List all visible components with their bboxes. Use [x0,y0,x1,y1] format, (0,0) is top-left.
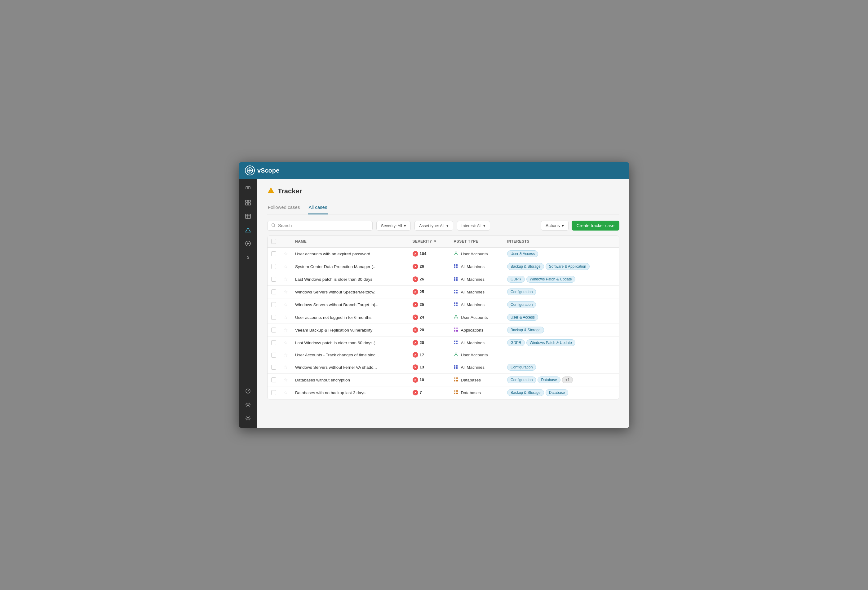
svg-point-27 [272,223,275,226]
severity-circle-8 [413,352,418,358]
sidebar-item-settings[interactable] [242,412,254,425]
svg-rect-51 [454,292,455,294]
interest-tag: GDPR [507,339,525,346]
row-severity-2: 26 [413,276,424,282]
row-checkbox-11[interactable] [271,390,276,395]
row-star-2[interactable]: ☆ [283,276,288,282]
svg-rect-58 [454,305,455,306]
sidebar-item-extensions[interactable] [242,398,254,411]
asset-type-label-9: All Machines [461,365,484,370]
severity-chevron-icon: ▾ [404,223,406,228]
row-star-0[interactable]: ☆ [283,251,288,256]
row-asset-type-10: Databases [453,377,500,383]
severity-filter[interactable]: Severity: All ▾ [376,221,411,230]
severity-circle-2 [413,276,418,282]
actions-button[interactable]: Actions ▾ [541,221,568,230]
svg-rect-8 [245,203,248,205]
col-name[interactable]: NAME [291,236,409,247]
search-input[interactable] [278,223,369,228]
row-star-3[interactable]: ☆ [283,289,288,294]
asset-type-filter[interactable]: Asset type: All ▾ [415,221,453,230]
main-content: Tracker Followed cases All cases [257,179,629,428]
row-interests-10: ConfigurationDatabase+1 [507,376,616,384]
asset-type-label-2: All Machines [461,277,484,282]
row-checkbox-7[interactable] [271,340,276,345]
row-severity-4: 25 [413,302,424,307]
row-star-11[interactable]: ☆ [283,390,288,395]
sidebar-item-dashboard[interactable] [242,196,254,209]
row-star-10[interactable]: ☆ [283,377,288,382]
sidebar-item-billing[interactable]: $ [242,251,254,263]
row-checkbox-8[interactable] [271,353,276,358]
row-asset-type-6: Applications [453,327,500,333]
asset-type-label-11: Databases [461,391,481,395]
tab-followed[interactable]: Followed cases [267,202,300,214]
interest-tag: Software & Application [546,263,590,270]
row-checkbox-5[interactable] [271,315,276,320]
row-checkbox-6[interactable] [271,327,276,332]
row-severity-7: 20 [413,340,424,345]
sidebar-item-tracker[interactable] [242,224,254,236]
row-checkbox-3[interactable] [271,289,276,294]
col-asset-type[interactable]: ASSET TYPE [450,236,503,247]
svg-rect-43 [454,277,455,279]
row-star-9[interactable]: ☆ [283,364,288,370]
row-name-1: System Center Data Protection Manager (.… [291,260,409,273]
row-severity-1: 26 [413,264,424,269]
row-star-7[interactable]: ☆ [283,340,288,345]
svg-rect-75 [454,341,455,342]
interest-tag: Database [537,376,560,384]
toolbar: Severity: All ▾ Asset type: All ▾ Intere… [267,221,619,230]
table-row: ☆ Last Windows patch is older than 30 da… [267,273,619,286]
topbar: vScope [239,162,629,179]
svg-rect-68 [454,327,455,329]
asset-type-icon-11 [453,390,459,396]
svg-rect-60 [456,305,458,306]
interest-filter[interactable]: Interest: All ▾ [457,221,490,230]
row-interests-9: Configuration [507,364,616,370]
row-star-5[interactable]: ☆ [283,314,288,320]
svg-point-24 [247,417,249,419]
interest-tag: Backup & Storage [507,263,544,270]
interest-tag: Configuration [507,289,536,295]
svg-rect-6 [245,200,248,202]
severity-circle-6 [413,327,418,333]
row-checkbox-1[interactable] [271,264,276,269]
row-star-1[interactable]: ☆ [283,264,288,269]
create-tracker-case-button[interactable]: Create tracker case [572,221,619,230]
asset-type-label-4: All Machines [461,302,484,307]
severity-filter-label: Severity: All [381,223,402,228]
row-checkbox-0[interactable] [271,251,276,256]
sidebar-item-radar[interactable] [242,385,254,397]
row-name-7: Last Windows patch is older than 60 days… [291,336,409,349]
sidebar-item-bookmarks[interactable] [242,183,254,195]
row-interests-4: Configuration [507,301,616,308]
svg-rect-101 [454,392,455,394]
interest-tag: Backup & Storage [507,389,544,396]
asset-type-icon-4 [453,302,459,308]
row-checkbox-9[interactable] [271,365,276,370]
row-interests-7: GDPRWindows Patch & Update [507,339,616,346]
app-logo[interactable]: vScope [245,165,279,176]
tab-all[interactable]: All cases [308,202,328,214]
row-star-4[interactable]: ☆ [283,302,288,307]
svg-rect-86 [454,365,455,367]
severity-circle-4 [413,302,418,307]
row-checkbox-2[interactable] [271,277,276,282]
svg-rect-102 [456,390,458,392]
col-severity[interactable]: SEVERITY ▼ [409,236,450,247]
select-all-checkbox[interactable] [271,239,276,244]
row-name-2: Last Windows patch is older than 30 days [291,273,409,286]
row-interests-6: Backup & Storage [507,327,616,333]
sidebar-item-table[interactable] [242,210,254,223]
row-checkbox-4[interactable] [271,302,276,307]
table-row: ☆ Databases with no backup last 3 days 7… [267,386,619,399]
row-name-3: Windows Servers without Spectre/Meltdow.… [291,286,409,298]
row-star-8[interactable]: ☆ [283,353,288,358]
asset-type-label-0: User Accounts [461,252,488,256]
svg-point-23 [247,404,249,406]
sidebar-item-play[interactable] [242,237,254,250]
row-checkbox-10[interactable] [271,378,276,382]
row-star-6[interactable]: ☆ [283,327,288,332]
interest-tag: Configuration [507,376,536,384]
